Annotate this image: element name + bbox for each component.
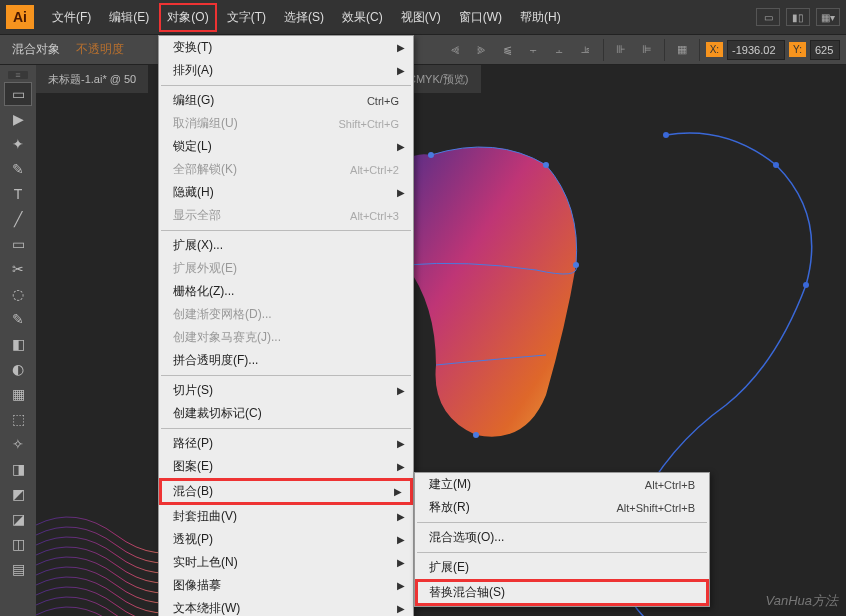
menu-item-label: 混合(B) — [173, 483, 399, 500]
menu-item[interactable]: 封套扭曲(V)▶ — [159, 505, 413, 528]
menu-item[interactable]: 文件(F) — [44, 3, 99, 32]
tool-button[interactable]: ✧ — [4, 432, 32, 456]
menu-item[interactable]: 效果(C) — [334, 3, 391, 32]
properties-bar: 混合对象 不透明度 ⫷ ⫸ ⫹ ⫟ ⫠ ⫡ ⊪ ⊫ ▦ X: Y: — [0, 35, 846, 65]
align-vcenter-icon[interactable]: ⫠ — [549, 40, 571, 60]
menu-item[interactable]: 替换混合轴(S) — [415, 579, 709, 606]
opacity-link[interactable]: 不透明度 — [70, 41, 130, 58]
tool-button[interactable]: ◧ — [4, 332, 32, 356]
menu-item-label: 切片(S) — [173, 382, 399, 399]
menu-item-label: 建立(M) — [429, 476, 645, 493]
distribute-v-icon[interactable]: ⊫ — [636, 40, 658, 60]
tool-button[interactable]: ◫ — [4, 532, 32, 556]
align-left-icon[interactable]: ⫷ — [445, 40, 467, 60]
menu-item: 创建渐变网格(D)... — [159, 303, 413, 326]
menu-item[interactable]: 窗口(W) — [451, 3, 510, 32]
tool-button[interactable]: ╱ — [4, 207, 32, 231]
submenu-arrow-icon: ▶ — [397, 603, 405, 614]
menu-item[interactable]: 排列(A)▶ — [159, 59, 413, 82]
menu-item[interactable]: 视图(V) — [393, 3, 449, 32]
menu-item[interactable]: 透视(P)▶ — [159, 528, 413, 551]
svg-point-2 — [573, 262, 579, 268]
menu-item[interactable]: 创建裁切标记(C) — [159, 402, 413, 425]
tool-button[interactable]: ▭ — [4, 232, 32, 256]
menu-item[interactable]: 切片(S)▶ — [159, 379, 413, 402]
align-bottom-icon[interactable]: ⫡ — [575, 40, 597, 60]
menu-item-label: 全部解锁(K) — [173, 161, 350, 178]
menu-item[interactable]: 建立(M)Alt+Ctrl+B — [415, 473, 709, 496]
layout-icon-3[interactable]: ▦▾ — [816, 8, 840, 26]
x-field[interactable] — [727, 40, 785, 60]
menu-item-label: 封套扭曲(V) — [173, 508, 399, 525]
menu-item-label: 取消编组(U) — [173, 115, 338, 132]
tool-button[interactable]: T — [4, 182, 32, 206]
tool-button[interactable]: ◩ — [4, 482, 32, 506]
menu-item[interactable]: 拼合透明度(F)... — [159, 349, 413, 372]
menu-item: 扩展外观(E) — [159, 257, 413, 280]
menu-item-label: 路径(P) — [173, 435, 399, 452]
menu-item[interactable]: 帮助(H) — [512, 3, 569, 32]
menu-item-label: 释放(R) — [429, 499, 616, 516]
menu-item[interactable]: 图像描摹▶ — [159, 574, 413, 597]
distribute-h-icon[interactable]: ⊪ — [610, 40, 632, 60]
menu-item[interactable]: 隐藏(H)▶ — [159, 181, 413, 204]
menu-item[interactable]: 混合(B)▶ — [159, 478, 413, 505]
submenu-arrow-icon: ▶ — [397, 557, 405, 568]
submenu-arrow-icon: ▶ — [397, 534, 405, 545]
menu-shortcut: Alt+Shift+Ctrl+B — [616, 502, 695, 514]
tool-button[interactable]: ◨ — [4, 457, 32, 481]
tool-button[interactable]: ▦ — [4, 382, 32, 406]
menu-item-label: 变换(T) — [173, 39, 399, 56]
menu-item[interactable]: 对象(O) — [159, 3, 216, 32]
menu-item[interactable]: 释放(R)Alt+Shift+Ctrl+B — [415, 496, 709, 519]
layout-icon-2[interactable]: ▮▯ — [786, 8, 810, 26]
submenu-arrow-icon: ▶ — [397, 461, 405, 472]
align-right-icon[interactable]: ⫹ — [497, 40, 519, 60]
menu-item[interactable]: 文本绕排(W)▶ — [159, 597, 413, 616]
menu-item[interactable]: 锁定(L)▶ — [159, 135, 413, 158]
menu-item[interactable]: 混合选项(O)... — [415, 526, 709, 549]
svg-point-0 — [428, 152, 434, 158]
align-hcenter-icon[interactable]: ⫸ — [471, 40, 493, 60]
tool-button[interactable]: ✎ — [4, 307, 32, 331]
menu-item-label: 拼合透明度(F)... — [173, 352, 399, 369]
menu-item-label: 扩展(E) — [429, 559, 695, 576]
tool-button[interactable]: ▭ — [4, 82, 32, 106]
menu-item-label: 创建裁切标记(C) — [173, 405, 399, 422]
menu-item[interactable]: 扩展(E) — [415, 556, 709, 579]
tool-button[interactable]: ◐ — [4, 357, 32, 381]
menu-item[interactable]: 变换(T)▶ — [159, 36, 413, 59]
tool-button[interactable]: ▶ — [4, 107, 32, 131]
tool-button[interactable]: ◌ — [4, 282, 32, 306]
align-top-icon[interactable]: ⫟ — [523, 40, 545, 60]
menu-item[interactable]: 选择(S) — [276, 3, 332, 32]
toolbox: ▭▶✦✎T╱▭✂◌✎◧◐▦⬚✧◨◩◪◫▤ — [0, 65, 36, 616]
menu-item[interactable]: 栅格化(Z)... — [159, 280, 413, 303]
tool-button[interactable]: ✦ — [4, 132, 32, 156]
x-label: X: — [706, 42, 723, 57]
submenu-arrow-icon: ▶ — [397, 511, 405, 522]
tool-button[interactable]: ✂ — [4, 257, 32, 281]
tool-button[interactable]: ⬚ — [4, 407, 32, 431]
menu-item-label: 图像描摹 — [173, 577, 399, 594]
menu-item[interactable]: 实时上色(N)▶ — [159, 551, 413, 574]
tool-button[interactable]: ✎ — [4, 157, 32, 181]
menu-item[interactable]: 文字(T) — [219, 3, 274, 32]
extra-field[interactable] — [810, 40, 840, 60]
toolbox-handle[interactable] — [8, 71, 28, 79]
menu-item[interactable]: 路径(P)▶ — [159, 432, 413, 455]
menu-item[interactable]: 图案(E)▶ — [159, 455, 413, 478]
menu-item-label: 显示全部 — [173, 207, 350, 224]
menu-item-label: 扩展外观(E) — [173, 260, 399, 277]
menu-item[interactable]: 编辑(E) — [101, 3, 157, 32]
menu-item[interactable]: 编组(G)Ctrl+G — [159, 89, 413, 112]
tool-button[interactable]: ◪ — [4, 507, 32, 531]
tool-button[interactable]: ▤ — [4, 557, 32, 581]
menu-item[interactable]: 扩展(X)... — [159, 234, 413, 257]
app-logo: Ai — [6, 5, 34, 29]
transform-icon[interactable]: ▦ — [671, 40, 693, 60]
layout-icon-1[interactable]: ▭ — [756, 8, 780, 26]
document-tab[interactable]: 未标题-1.ai* @ 50 — [36, 65, 148, 93]
menu-item: 显示全部Alt+Ctrl+3 — [159, 204, 413, 227]
menu-item: 全部解锁(K)Alt+Ctrl+2 — [159, 158, 413, 181]
